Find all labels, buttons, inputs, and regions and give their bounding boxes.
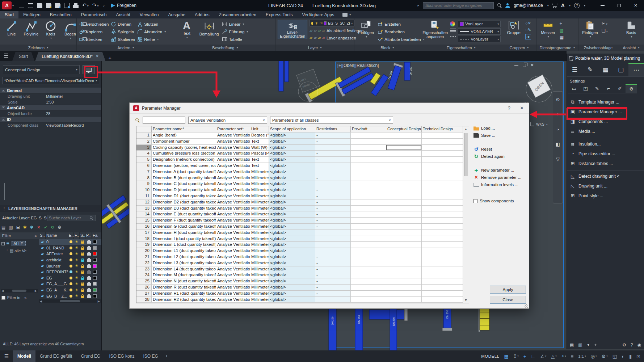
leader-button[interactable]: Führung▾ [222, 29, 248, 35]
array-button[interactable]: Reihe▾ [137, 36, 166, 42]
layer-row[interactable]: ▰ 01_RAND ☀ [39, 245, 101, 251]
model-tab[interactable]: Modell [13, 350, 35, 362]
palette-info-icon[interactable]: ◉ [637, 342, 641, 348]
table-row[interactable]: 14 Dimension E (duct quantity takeoff) A… [136, 211, 469, 218]
match-properties-button[interactable]: Eigenschaften anpassen [422, 20, 448, 39]
ucs-indicator[interactable]: WKS▾ [530, 122, 548, 127]
search-collapse-icon[interactable]: ▸ [417, 4, 419, 7]
sidebar-item-pipe-class-editor[interactable]: ◔ Pipe class editor ... [567, 149, 644, 159]
table-row[interactable]: 4 Cumulative pressure loss (section part… [136, 151, 469, 157]
palette-pin-icon[interactable]: + [594, 342, 597, 348]
ribbon-tab[interactable]: Verfügbare Apps [297, 11, 339, 18]
lineweight-select[interactable]: VONLAYER▾ [458, 28, 501, 35]
panel-label-zeichnen[interactable]: Zeichnen▾ [0, 45, 76, 51]
table-row[interactable]: 25 Dimension N (duct quantity takeoff) A… [136, 278, 469, 285]
block-create-button[interactable]: Erstellen▾ [378, 21, 424, 27]
save-as-icon[interactable] [46, 3, 51, 8]
settings-tab-gear[interactable]: ⚙ [626, 84, 637, 93]
panel-label-aendern[interactable]: Ändern▾ [77, 45, 175, 51]
group-select-icon[interactable]: ◌▸ [525, 34, 531, 39]
help-caret-icon[interactable]: ▾ [584, 4, 585, 7]
select-window-icon[interactable]: ▧ [560, 28, 564, 33]
delete-layer-icon[interactable]: ✕ [37, 225, 41, 230]
annotation-scale[interactable]: 1:1▾ [578, 354, 586, 358]
restore-button[interactable] [611, 0, 627, 11]
full-navigation-wheel-icon[interactable]: ⊙ [556, 97, 560, 102]
layer-row[interactable]: ▰ EG_B__Z... ☀ [39, 293, 101, 299]
layer-row[interactable]: ▰ AFEnster ☀ [39, 251, 101, 257]
class-filter-select[interactable]: Parameters of all classes∨ [270, 117, 393, 124]
scale-button[interactable]: Skalieren [111, 36, 135, 42]
new-layout-icon[interactable]: + [163, 354, 171, 359]
ribbon-tab[interactable]: Einfügen [18, 11, 45, 18]
undo-icon[interactable]: ↶▾ [82, 3, 89, 9]
help-icon[interactable]: ? [574, 3, 580, 8]
doc-close-icon[interactable]: ✕ [530, 63, 534, 68]
table-row[interactable]: 5 Designation (network connection) Analy… [136, 157, 469, 163]
palette-settings-icon[interactable]: ⚙ [622, 342, 626, 348]
new-layer-frozen-icon[interactable]: ❄ [30, 225, 34, 230]
linetype-icon[interactable] [450, 36, 456, 37]
viewport-controls-label[interactable]: [+][Oben][Realistisch] [337, 63, 379, 68]
color-wheel-icon[interactable] [450, 21, 455, 26]
set-current-layer-icon[interactable]: ✓ [44, 225, 47, 230]
calculator-icon[interactable]: ▦ [560, 35, 564, 40]
search-icon[interactable] [497, 3, 502, 8]
property-row[interactable]: − General [0, 88, 101, 93]
table-row[interactable]: 7 Dimension A (duct quantity takeoff) An… [136, 169, 469, 175]
panel-label-ansicht[interactable]: Ansicht▾ [618, 45, 644, 51]
property-row[interactable]: − ID [0, 117, 101, 122]
filter-hscrollbar[interactable]: ◀▶ [1, 289, 38, 292]
palette-help-icon[interactable]: ? [631, 342, 633, 348]
close-dialog-button[interactable]: Close [490, 296, 526, 304]
ribbon-tab[interactable]: Verwalten [135, 11, 164, 18]
ribbon-tab[interactable]: Start [0, 11, 18, 18]
group-button[interactable]: Gruppe [504, 20, 523, 35]
ribbon-big-button[interactable]: Kreis ▾ [41, 20, 60, 40]
move-button[interactable]: Verschieben [79, 21, 109, 27]
ribbon-tab[interactable]: Parametrisch [76, 11, 111, 18]
sidebar-item-detect-drawing-unit[interactable]: ◺ Detect drawing unit < [567, 170, 644, 181]
copy-clip-icon[interactable]: ❏▾ [602, 28, 608, 33]
ribbon-tab[interactable]: Add-ins [190, 11, 214, 18]
user-menu-caret-icon[interactable]: ▾ [547, 4, 549, 7]
mirror-button[interactable]: Spiegeln [111, 29, 135, 35]
app-logo-icon[interactable]: A [2, 1, 12, 9]
cut-icon[interactable]: ✂▾ [602, 21, 608, 26]
linetype-select[interactable]: VonLayer▾ [458, 36, 501, 42]
table-row[interactable]: 19 Dimension L (duct quantity takeoff) A… [136, 242, 469, 248]
trim-button[interactable]: Stutzen▾ [137, 21, 166, 27]
osnap-icon[interactable]: ⌖▾ [561, 353, 566, 359]
dialog-resize-grip[interactable] [525, 304, 528, 308]
parameter-set-select[interactable]: Analyse Ventilation∨ [188, 117, 267, 124]
layout-tab[interactable]: Grund EG gefüllt [35, 350, 76, 362]
close-tab-icon[interactable]: ✕ [96, 54, 99, 59]
panel-label-beschriftung[interactable]: Beschriftung▾ [175, 45, 275, 51]
open-file-icon[interactable] [28, 3, 33, 8]
element-class-select[interactable]: *Other*/AutoCAD Base Elements/ViewportTa… [2, 77, 99, 84]
load-button[interactable]: Load ... [473, 125, 528, 132]
table-row[interactable]: 9 Dimension C (duct quantity takeoff) An… [136, 181, 469, 187]
ribbon-tab[interactable]: Ansicht [111, 11, 135, 18]
dialog-help-icon[interactable]: ? [508, 105, 510, 111]
sidebar-tab-menu[interactable]: ☰ [567, 63, 582, 76]
redo-icon[interactable]: ↷▾ [92, 3, 99, 9]
ortho-icon[interactable]: ∟▾ [531, 354, 535, 359]
settings-tab-frame[interactable]: ▭ [568, 84, 580, 93]
settings-tab-edit[interactable]: ✎ [591, 84, 603, 93]
panel-label-layer[interactable]: Layer▾ [275, 45, 354, 51]
layer-properties-button[interactable]: Layer- Eigenschaften [278, 20, 307, 39]
linear-dim-button[interactable]: Linear▾ [222, 21, 248, 27]
table-row[interactable]: 2 Component number Analyse Ventilation T… [136, 139, 469, 145]
palette-grip[interactable]: ⋯⋯⋯ [1, 62, 11, 65]
table-row[interactable]: 23 Dimension L4 (duct quantity takeoff) … [136, 266, 469, 273]
settings-tab-pen[interactable]: ✐ [614, 84, 626, 93]
group-edit-icon[interactable]: ◌✎ [525, 28, 531, 32]
layer-select[interactable]: ☀ ⚿ EG_S_SC_ZEICHNEN ▾ [310, 20, 354, 26]
layout-tab[interactable]: Grund EG [76, 350, 105, 362]
qat-customize-icon[interactable]: ⌄ [102, 3, 105, 8]
file-tab-document[interactable]: Lueftung Konstruktion-3D*✕ [35, 52, 105, 61]
dialog-close-icon[interactable]: ✕ [520, 105, 524, 111]
layer-manager-title[interactable]: ⋮LAYEREIGENSCHAFTEN-MANAGER [0, 205, 101, 212]
refresh-icon[interactable]: ↻ [51, 225, 54, 230]
